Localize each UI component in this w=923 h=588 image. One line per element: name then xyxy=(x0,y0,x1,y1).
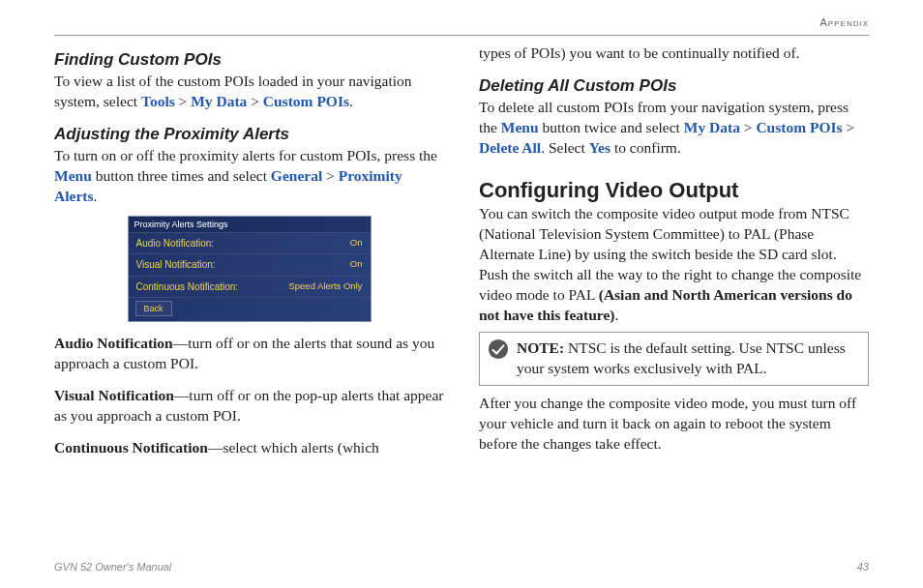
link-menu-r: Menu xyxy=(501,119,539,135)
heading-finding-pois: Finding Custom POIs xyxy=(54,49,444,72)
link-delete-all: Delete All xyxy=(479,139,541,156)
left-column: Finding Custom POIs To view a list of th… xyxy=(54,44,444,462)
note-icon xyxy=(488,338,509,360)
para-after: After you change the composite video mod… xyxy=(479,394,869,455)
link-mydata-r: My Data xyxy=(684,119,740,135)
panel-row-visual: Visual Notification: On xyxy=(129,253,371,276)
panel-row-audio: Audio Notification: On xyxy=(129,232,371,254)
link-general: General xyxy=(271,167,322,184)
para-proximity: To turn on or off the proximity alerts f… xyxy=(54,146,444,207)
header-divider xyxy=(54,35,869,36)
panel-footer: Back xyxy=(129,297,371,321)
link-custom-pois: Custom POIs xyxy=(263,93,349,109)
heading-video-output: Configuring Video Output xyxy=(479,176,869,205)
right-column: types of POIs) you want to be continuall… xyxy=(479,44,869,462)
footer-manual-title: GVN 52 Owner's Manual xyxy=(54,560,171,574)
para-cont: types of POIs) you want to be continuall… xyxy=(479,44,869,64)
para-deleting: To delete all custom POIs from your navi… xyxy=(479,98,869,159)
note-box: NOTE: NTSC is the default setting. Use N… xyxy=(479,332,869,386)
para-continuous-notification: Continuous Notification—select which ale… xyxy=(54,438,444,458)
heading-deleting: Deleting All Custom POIs xyxy=(479,75,869,98)
note-text: NOTE: NTSC is the default setting. Use N… xyxy=(517,338,860,379)
link-mydata: My Data xyxy=(191,93,247,109)
para-visual-notification: Visual Notification—turn off or on the p… xyxy=(54,386,444,426)
panel-row-continuous: Continuous Notification: Speed Alerts On… xyxy=(129,276,371,298)
para-audio-notification: Audio Notification—turn off or on the al… xyxy=(54,334,444,374)
proximity-settings-panel: Proximity Alerts Settings Audio Notifica… xyxy=(128,216,372,322)
para-finding-pois: To view a list of the custom POIs loaded… xyxy=(54,72,444,112)
content-columns: Finding Custom POIs To view a list of th… xyxy=(54,44,869,462)
svg-point-0 xyxy=(489,339,508,359)
link-yes: Yes xyxy=(589,139,610,156)
link-custom-pois-r: Custom POIs xyxy=(756,119,842,135)
page-footer: GVN 52 Owner's Manual 43 xyxy=(54,560,869,574)
footer-page-number: 43 xyxy=(857,560,869,574)
panel-back-button: Back xyxy=(135,301,172,316)
para-video: You can switch the composite video outpu… xyxy=(479,204,869,326)
link-menu: Menu xyxy=(54,167,92,184)
heading-proximity: Adjusting the Proximity Alerts xyxy=(54,124,444,146)
header-section-label: Appendix xyxy=(820,15,869,30)
link-tools: Tools xyxy=(141,93,175,109)
panel-title: Proximity Alerts Settings xyxy=(129,217,371,231)
